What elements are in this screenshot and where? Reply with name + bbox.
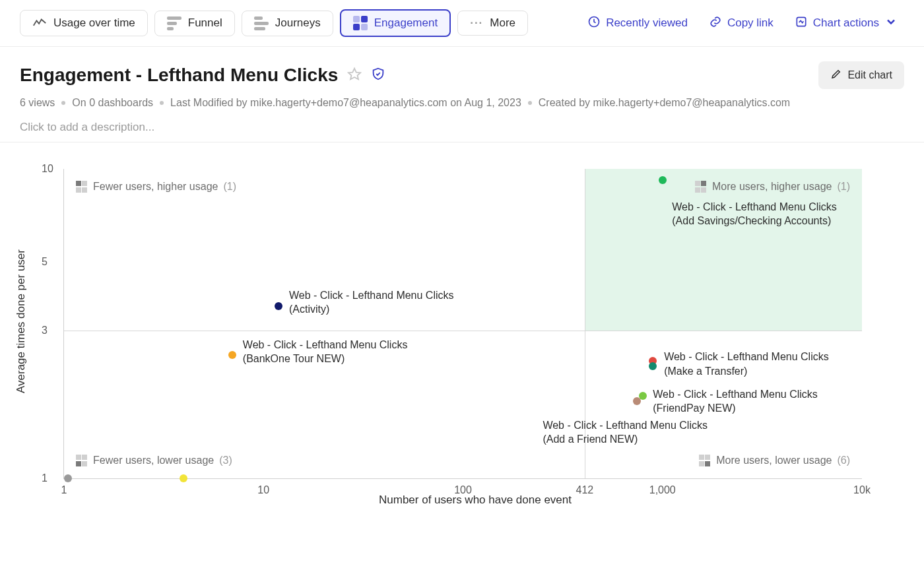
scatter-point[interactable] bbox=[275, 302, 282, 310]
scatter-plot[interactable]: Fewer users, higher usage (1) More users… bbox=[63, 169, 862, 479]
quadrant-label-bl: Fewer users, lower usage (3) bbox=[76, 455, 232, 466]
scatter-point[interactable] bbox=[180, 474, 187, 482]
edit-label: Edit chart bbox=[847, 69, 892, 81]
engagement-icon bbox=[353, 16, 368, 30]
top-toolbar: Usage over time Funnel Journeys Engageme… bbox=[0, 0, 924, 47]
meta-modified: Last Modified by mike.hagerty+demo7@heap… bbox=[170, 97, 521, 109]
star-icon[interactable] bbox=[347, 67, 362, 84]
recently-viewed-link[interactable]: Recently viewed bbox=[581, 11, 694, 36]
point-label: Web - Click - Lefthand Menu Clicks(Add S… bbox=[672, 200, 837, 228]
quadrant-label-tl: Fewer users, higher usage (1) bbox=[76, 181, 236, 193]
more-icon: ··· bbox=[470, 16, 483, 30]
quadrant-text: Fewer users, higher usage bbox=[93, 181, 218, 193]
copy-link[interactable]: Copy link bbox=[702, 11, 780, 36]
link-icon bbox=[709, 15, 722, 32]
quadrant-highlight bbox=[585, 169, 862, 331]
tab-label: Funnel bbox=[188, 16, 222, 30]
action-label: Recently viewed bbox=[606, 16, 688, 30]
chart-header: Engagement - Lefthand Menu Clicks Edit c… bbox=[0, 47, 924, 143]
tab-engagement[interactable]: Engagement bbox=[340, 9, 451, 37]
point-label: Web - Click - Lefthand Menu Clicks(Frien… bbox=[653, 387, 818, 416]
quadrant-icon bbox=[695, 181, 707, 193]
point-label: Web - Click - Lefthand Menu Clicks(Add a… bbox=[543, 418, 708, 447]
y-tick: 5 bbox=[42, 256, 48, 268]
scatter-point[interactable] bbox=[633, 397, 641, 405]
meta-dashboards: On 0 dashboards bbox=[72, 97, 153, 109]
quadrant-text: More users, lower usage bbox=[716, 455, 832, 466]
separator-dot bbox=[160, 101, 164, 105]
separator-dot bbox=[528, 101, 532, 105]
quadrant-label-br: More users, lower usage (6) bbox=[699, 455, 850, 466]
tab-funnel[interactable]: Funnel bbox=[154, 11, 235, 36]
quadrant-icon bbox=[76, 455, 88, 466]
scatter-point[interactable] bbox=[228, 351, 236, 359]
y-tick: 10 bbox=[42, 163, 53, 175]
scatter-point[interactable] bbox=[64, 474, 72, 482]
tab-label: Engagement bbox=[374, 16, 438, 30]
tab-journeys[interactable]: Journeys bbox=[242, 11, 333, 36]
x-tick: 412 bbox=[576, 484, 594, 496]
svg-marker-2 bbox=[348, 69, 360, 80]
tab-more[interactable]: ··· More bbox=[457, 11, 528, 36]
point-label: Web - Click - Lefthand Menu Clicks(BankO… bbox=[243, 338, 408, 366]
edit-chart-button[interactable]: Edit chart bbox=[818, 61, 904, 89]
scatter-point[interactable] bbox=[659, 176, 667, 184]
chart-area: Average times done per user Fewer users,… bbox=[0, 143, 924, 526]
quadrant-icon bbox=[76, 181, 88, 193]
meta-created: Created by mike.hagerty+demo7@heapanalyt… bbox=[539, 97, 790, 109]
page-title: Engagement - Lefthand Menu Clicks bbox=[20, 65, 338, 86]
chevron-down-icon bbox=[884, 15, 898, 32]
x-axis-label: Number of users who have done event bbox=[46, 494, 904, 507]
point-label: Web - Click - Lefthand Menu Clicks(Activ… bbox=[289, 288, 454, 317]
action-label: Copy link bbox=[727, 16, 774, 30]
quadrant-count: (6) bbox=[837, 455, 850, 466]
quadrant-text: Fewer users, lower usage bbox=[93, 455, 214, 466]
x-tick: 10k bbox=[853, 484, 871, 496]
x-tick: 10 bbox=[257, 484, 269, 496]
line-chart-icon bbox=[32, 16, 47, 30]
quadrant-icon bbox=[699, 455, 711, 466]
tab-label: Usage over time bbox=[53, 16, 135, 30]
y-tick: 1 bbox=[42, 472, 48, 484]
shield-icon[interactable] bbox=[371, 67, 385, 84]
tab-label: Journeys bbox=[275, 16, 321, 30]
meta-views: 6 views bbox=[20, 97, 55, 109]
x-tick: 100 bbox=[454, 484, 472, 496]
quadrant-count: (3) bbox=[219, 455, 232, 466]
quadrant-label-tr: More users, higher usage (1) bbox=[695, 181, 850, 193]
meta-row: 6 views On 0 dashboards Last Modified by… bbox=[20, 97, 904, 109]
chart-box-icon bbox=[795, 15, 808, 32]
quadrant-count: (1) bbox=[837, 181, 850, 193]
description-input[interactable]: Click to add a description... bbox=[20, 121, 904, 134]
point-label: Web - Click - Lefthand Menu Clicks(Make … bbox=[664, 350, 829, 378]
quadrant-hline bbox=[64, 331, 862, 331]
x-tick: 1 bbox=[61, 484, 67, 496]
chart-type-tabs: Usage over time Funnel Journeys Engageme… bbox=[20, 9, 528, 37]
y-tick: 3 bbox=[42, 325, 48, 336]
quadrant-count: (1) bbox=[223, 181, 236, 193]
journeys-icon bbox=[254, 16, 269, 30]
quadrant-text: More users, higher usage bbox=[712, 181, 832, 193]
scatter-point[interactable] bbox=[649, 362, 657, 370]
action-label: Chart actions bbox=[813, 16, 879, 30]
pencil-icon bbox=[830, 68, 842, 82]
clock-icon bbox=[587, 15, 601, 32]
separator-dot bbox=[61, 101, 65, 105]
funnel-icon bbox=[167, 16, 182, 30]
y-axis-label: Average times done per user bbox=[15, 249, 28, 393]
x-tick: 1,000 bbox=[649, 484, 676, 496]
tab-usage-over-time[interactable]: Usage over time bbox=[20, 10, 148, 36]
chart-actions-dropdown[interactable]: Chart actions bbox=[788, 11, 904, 36]
tab-label: More bbox=[490, 16, 515, 30]
